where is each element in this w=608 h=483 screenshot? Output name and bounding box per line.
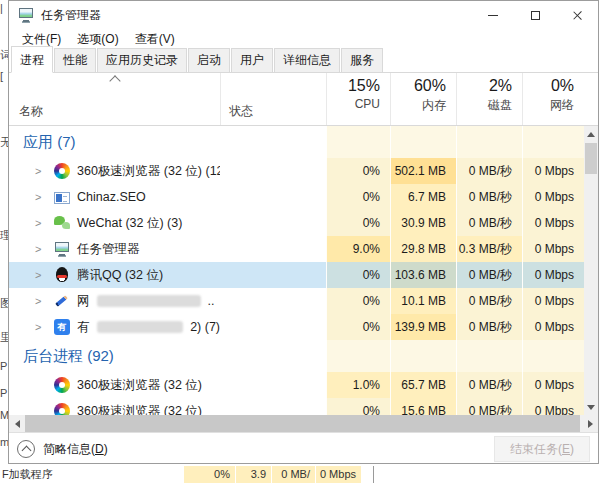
expand-arrow-icon[interactable]: > bbox=[35, 165, 47, 177]
cpu-cell: 0% bbox=[326, 262, 390, 288]
details-toggle-label: 简略信息(D) bbox=[43, 441, 108, 458]
youdao-icon bbox=[54, 319, 70, 335]
status-cell bbox=[220, 262, 326, 288]
background-process-name: F加载程序 bbox=[2, 467, 53, 482]
tab-startup[interactable]: 启动 bbox=[188, 48, 230, 72]
process-name-cell: >360极速浏览器 (32 位) bbox=[9, 398, 220, 415]
scroll-right-button[interactable] bbox=[582, 415, 598, 432]
cpu-cell bbox=[326, 340, 390, 372]
group-row[interactable]: 应用 (7) bbox=[9, 126, 584, 158]
column-header-name[interactable]: 名称 bbox=[9, 73, 220, 125]
cpu-cell: 0% bbox=[326, 398, 390, 415]
net-cell: 0 Mbps bbox=[522, 184, 584, 210]
background-window-bottom-row: F加载程序 0% 3.9 MB 0 MB/秒 0 Mbps bbox=[0, 466, 608, 483]
memory-total-percent: 60% bbox=[414, 77, 446, 95]
triangle-up-icon bbox=[587, 132, 595, 137]
tab-details[interactable]: 详细信息 bbox=[274, 48, 340, 72]
triangle-right-icon bbox=[588, 420, 593, 428]
tab-services[interactable]: 服务 bbox=[341, 48, 383, 72]
disk-cell: 0 MB/秒 bbox=[456, 314, 522, 340]
column-header-disk[interactable]: 2% 磁盘 bbox=[456, 73, 522, 125]
process-row[interactable]: >有2) (7)0%139.9 MB0 MB/秒0 Mbps bbox=[9, 314, 584, 340]
tab-app-history[interactable]: 应用历史记录 bbox=[97, 48, 187, 72]
expand-arrow-icon[interactable]: > bbox=[35, 295, 47, 307]
background-text-fragment: [ bbox=[0, 70, 3, 82]
cpu-cell: 0% bbox=[326, 288, 390, 314]
mem-cell: 502.1 MB bbox=[390, 158, 456, 184]
menu-item-view[interactable]: 查看(V) bbox=[127, 29, 183, 50]
background-window-border bbox=[373, 466, 374, 483]
horizontal-scrollbar[interactable] bbox=[9, 415, 598, 432]
process-row[interactable]: >腾讯QQ (32 位)0%103.6 MB0 MB/秒0 Mbps bbox=[9, 262, 584, 288]
tab-users[interactable]: 用户 bbox=[231, 48, 273, 72]
triangle-left-icon bbox=[15, 420, 20, 428]
scroll-up-button[interactable] bbox=[584, 126, 598, 142]
mem-cell: 6.7 MB bbox=[390, 184, 456, 210]
header-scrollbar-gap bbox=[584, 73, 598, 125]
network-column-label: 网络 bbox=[550, 97, 574, 114]
mem-cell: 10.1 MB bbox=[390, 288, 456, 314]
tab-processes[interactable]: 进程 bbox=[11, 46, 53, 73]
cpu-cell: 0% bbox=[326, 314, 390, 340]
column-header-memory[interactable]: 60% 内存 bbox=[390, 73, 456, 125]
background-text-fragment: P bbox=[0, 387, 7, 399]
close-button[interactable] bbox=[556, 1, 598, 29]
maximize-button[interactable] bbox=[514, 1, 556, 29]
status-column-label: 状态 bbox=[229, 103, 253, 120]
group-row[interactable]: 后台进程 (92) bbox=[9, 340, 584, 372]
minimize-button[interactable] bbox=[472, 1, 514, 29]
expand-arrow-icon[interactable]: > bbox=[35, 321, 47, 333]
background-network-cell: 0 Mbps bbox=[315, 466, 361, 483]
process-row[interactable]: >网..0%10.1 MB0 MB/秒0 Mbps bbox=[9, 288, 584, 314]
process-name-cell: >WeChat (32 位) (3) bbox=[9, 210, 220, 236]
vertical-scrollbar[interactable] bbox=[584, 126, 598, 415]
status-cell bbox=[220, 158, 326, 184]
column-header-status[interactable]: 状态 bbox=[220, 73, 326, 125]
disk-cell: 0 MB/秒 bbox=[456, 372, 522, 398]
menu-bar: 文件(F) 选项(O) 查看(V) bbox=[9, 29, 598, 49]
process-name: Chinaz.SEO bbox=[77, 190, 146, 204]
process-row[interactable]: >360极速浏览器 (32 位)0%15.6 MB0 MB/秒0 Mbps bbox=[9, 398, 584, 415]
column-header-cpu[interactable]: 15% CPU bbox=[326, 73, 390, 125]
cpu-cell: 1.0% bbox=[326, 372, 390, 398]
net-cell: 0 Mbps bbox=[522, 210, 584, 236]
tab-performance[interactable]: 性能 bbox=[54, 48, 96, 72]
process-row[interactable]: >360极速浏览器 (32 位) (12)0%502.1 MB0 MB/秒0 M… bbox=[9, 158, 584, 184]
disk-total-percent: 2% bbox=[489, 77, 512, 95]
scroll-down-button[interactable] bbox=[584, 399, 598, 415]
censor-blur bbox=[97, 321, 184, 333]
status-cell bbox=[220, 236, 326, 262]
process-name: WeChat (32 位) (3) bbox=[77, 215, 182, 232]
vertical-scrollbar-thumb[interactable] bbox=[585, 143, 597, 174]
window-title: 任务管理器 bbox=[41, 7, 101, 24]
status-cell bbox=[220, 288, 326, 314]
window-controls bbox=[472, 1, 598, 29]
expand-arrow-icon[interactable]: > bbox=[35, 269, 47, 281]
triangle-down-icon bbox=[587, 405, 595, 410]
details-toggle-button[interactable]: 简略信息(D) bbox=[17, 440, 108, 458]
cpu-cell: 0% bbox=[326, 210, 390, 236]
process-name-cell: >Chinaz.SEO bbox=[9, 184, 220, 210]
process-row[interactable]: >360极速浏览器 (32 位)1.0%65.7 MB0 MB/秒0 Mbps bbox=[9, 372, 584, 398]
expand-arrow-icon[interactable]: > bbox=[35, 191, 47, 203]
end-task-button[interactable]: 结束任务(E) bbox=[494, 436, 590, 462]
mem-cell bbox=[390, 126, 456, 158]
expand-arrow-icon[interactable]: > bbox=[35, 243, 47, 255]
column-header-network[interactable]: 0% 网络 bbox=[522, 73, 584, 125]
horizontal-scrollbar-thumb[interactable] bbox=[25, 415, 580, 432]
browser-360-icon bbox=[54, 377, 70, 393]
process-name-cell: >360极速浏览器 (32 位) bbox=[9, 372, 220, 398]
expand-arrow-icon[interactable]: > bbox=[35, 217, 47, 229]
process-row[interactable]: >WeChat (32 位) (3)0%30.9 MB0 MB/秒0 Mbps bbox=[9, 210, 584, 236]
tab-bar: 进程 性能 应用历史记录 启动 用户 详细信息 服务 bbox=[9, 49, 598, 73]
menu-item-options[interactable]: 选项(O) bbox=[69, 29, 126, 50]
disk-column-label: 磁盘 bbox=[488, 97, 512, 114]
minimize-icon bbox=[488, 15, 498, 16]
process-row[interactable]: >任务管理器9.0%29.8 MB0.3 MB/秒0 Mbps bbox=[9, 236, 584, 262]
browser-360-icon bbox=[54, 403, 70, 415]
mem-cell: 139.9 MB bbox=[390, 314, 456, 340]
scroll-left-button[interactable] bbox=[9, 415, 25, 432]
process-row[interactable]: >Chinaz.SEO0%6.7 MB0 MB/秒0 Mbps bbox=[9, 184, 584, 210]
column-header-row: 名称 状态 15% CPU 60% 内存 2% 磁盘 0% 网络 bbox=[9, 73, 598, 126]
net-cell: 0 Mbps bbox=[522, 236, 584, 262]
